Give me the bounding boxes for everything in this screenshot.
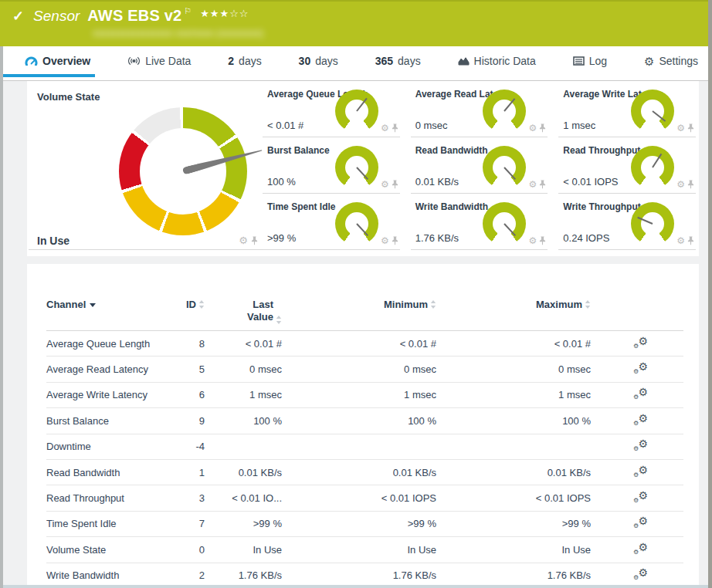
tab-2-days[interactable]: 2days: [226, 52, 263, 70]
channel-maximum: < 0.01 IOPS: [436, 492, 591, 504]
table-row: Read Bandwidth 1 0.01 KB/s 0.01 KB/s 0.0…: [46, 460, 683, 485]
header-maximum[interactable]: Maximum: [436, 299, 591, 310]
pin-icon[interactable]: [392, 236, 398, 245]
status-check-icon: ✓: [12, 8, 24, 25]
mini-gauge-arc: [335, 146, 378, 189]
mini-gauge-title: Read Bandwidth: [415, 145, 488, 156]
channel-id: 6: [178, 389, 205, 400]
mini-gauge-value: 100 %: [267, 176, 296, 188]
channel-last-value: 1 msec: [205, 389, 282, 400]
tab-30-days[interactable]: 30days: [297, 52, 340, 70]
channel-settings-icon[interactable]: ⚙⚙: [634, 516, 648, 529]
pin-icon[interactable]: [539, 123, 546, 133]
channel-settings-icon[interactable]: ⚙⚙: [634, 465, 648, 478]
gear-icon[interactable]: ⚙: [529, 180, 537, 189]
gear-icon[interactable]: ⚙: [529, 123, 537, 133]
header-minimum[interactable]: Minimum: [282, 299, 436, 310]
table-row: Average Queue Length 8 < 0.01 # < 0.01 #…: [46, 331, 683, 357]
tab-overview[interactable]: Overview: [23, 52, 92, 70]
gear-icon[interactable]: ⚙: [381, 123, 389, 133]
pin-icon[interactable]: [539, 236, 546, 245]
pin-icon[interactable]: [539, 180, 546, 189]
channel-minimum: In Use: [282, 544, 436, 556]
gear-icon[interactable]: ⚙: [676, 236, 685, 245]
tab-live-data[interactable]: Live Data: [126, 52, 192, 70]
gear-icon[interactable]: ⚙: [239, 235, 248, 245]
channel-settings-icon[interactable]: ⚙⚙: [634, 336, 648, 349]
pin-icon[interactable]: [687, 236, 694, 245]
mini-gauge-arc: [335, 202, 378, 245]
channel-maximum: 0 msec: [436, 363, 591, 375]
mini-gauge-arc: [483, 146, 526, 189]
mini-gauge-value: 1 msec: [563, 120, 595, 131]
channel-name: Average Queue Length: [46, 338, 178, 350]
tab-settings[interactable]: ⚙ Settings: [642, 52, 700, 70]
sort-icon: [430, 300, 436, 309]
channel-settings-icon[interactable]: ⚙⚙: [634, 362, 648, 374]
gear-icon[interactable]: ⚙: [381, 236, 389, 245]
main-gauge-value: In Use: [37, 235, 70, 247]
mini-gauge-needle: [504, 167, 517, 180]
area-chart-icon: [458, 56, 470, 66]
gear-icon[interactable]: ⚙: [676, 180, 685, 189]
table-row: Downtime -4 ⚙⚙: [46, 434, 683, 460]
tab-log[interactable]: Log: [571, 52, 609, 70]
header-last-value[interactable]: Last Value: [205, 299, 282, 324]
header-channel[interactable]: Channel: [46, 299, 178, 310]
channel-minimum: 0.01 KB/s: [282, 467, 436, 478]
table-row: Volume State 0 In Use In Use In Use ⚙⚙: [46, 537, 683, 563]
channel-name: Average Read Latency: [46, 363, 178, 375]
header-id[interactable]: ID: [178, 299, 205, 310]
gauge-icon: [25, 56, 38, 66]
mini-gauge-needle: [504, 223, 517, 236]
channel-minimum: 100 %: [282, 415, 436, 427]
volume-state-donut: [119, 107, 247, 235]
volume-state-gauge: Volume State In Use ⚙: [27, 81, 263, 250]
mini-gauge-needle: [356, 167, 368, 180]
tab-365-days[interactable]: 365days: [374, 52, 422, 70]
gear-icon[interactable]: ⚙: [676, 123, 685, 133]
channel-settings-icon[interactable]: ⚙⚙: [634, 414, 648, 426]
mini-gauge-value: 0.01 KB/s: [415, 176, 459, 188]
mini-gauge: Time Spent Idle >99 % ⚙: [263, 194, 400, 250]
channel-settings-icon[interactable]: ⚙⚙: [634, 491, 648, 503]
channel-settings-icon[interactable]: ⚙⚙: [634, 387, 648, 400]
window-edge-bottom: [0, 585, 712, 588]
channel-name: Read Bandwidth: [46, 467, 178, 478]
channel-maximum: 100 %: [436, 415, 591, 427]
pin-icon[interactable]: [687, 123, 694, 133]
gear-icon[interactable]: ⚙: [381, 180, 389, 189]
pin-icon[interactable]: [392, 123, 398, 133]
channel-settings-icon[interactable]: ⚙⚙: [634, 542, 648, 555]
channel-last-value: In Use: [205, 544, 282, 556]
channel-maximum: >99 %: [436, 518, 591, 529]
table-row: Burst Balance 9 100 % 100 % 100 % ⚙⚙: [46, 408, 683, 434]
mini-gauge: Average Write Latency 1 msec ⚙: [558, 81, 696, 137]
channel-name: Burst Balance: [46, 415, 178, 427]
pin-icon[interactable]: [251, 236, 258, 245]
channel-minimum: 1.76 KB/s: [282, 569, 436, 581]
channel-id: 7: [178, 518, 205, 529]
mini-gauge-value: 0 msec: [415, 120, 448, 131]
channel-name: Read Throughput: [46, 492, 178, 504]
channel-maximum: 1.76 KB/s: [436, 569, 591, 581]
channel-settings-icon[interactable]: ⚙⚙: [634, 439, 648, 451]
channel-id: 0: [178, 544, 205, 556]
pin-icon[interactable]: [687, 180, 694, 189]
priority-stars[interactable]: ★★★☆☆: [200, 8, 249, 19]
channel-settings-icon[interactable]: ⚙⚙: [634, 568, 648, 580]
sensor-status-banner: ✓ Sensor AWS EBS v2 ⚐ ★★★☆☆ xxxxxxxxxxxx…: [0, 0, 712, 46]
pin-icon[interactable]: [392, 180, 398, 189]
mini-gauge-arc: [631, 202, 674, 245]
tab-historic-data[interactable]: Historic Data: [456, 52, 537, 70]
flag-icon[interactable]: ⚐: [184, 6, 192, 16]
channel-last-value: >99 %: [205, 518, 282, 529]
gear-icon[interactable]: ⚙: [529, 236, 537, 245]
prtg-sensor-page: ✓ Sensor AWS EBS v2 ⚐ ★★★☆☆ xxxxxxxxxxxx…: [0, 0, 712, 588]
mini-gauge-needle: [637, 217, 653, 225]
channel-last-value: 0 msec: [205, 363, 282, 375]
mini-gauge: Write Bandwidth 1.76 KB/s ⚙: [411, 194, 548, 250]
mini-gauge-needle: [504, 98, 516, 111]
channel-minimum: 0 msec: [282, 363, 436, 375]
window-edge-left: [0, 46, 3, 588]
